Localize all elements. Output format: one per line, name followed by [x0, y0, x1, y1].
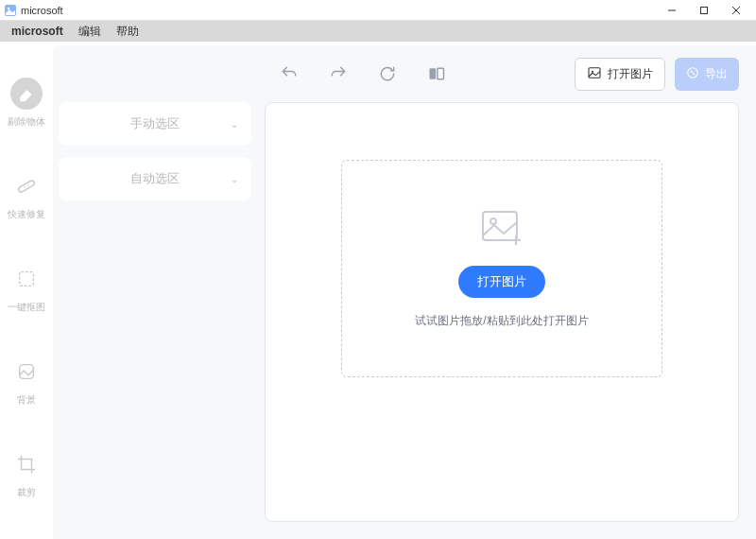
menu-app[interactable]: microsoft [4, 25, 71, 38]
eraser-icon [10, 78, 43, 110]
bandage-icon [10, 170, 43, 202]
option-label: 手动选区 [130, 115, 180, 132]
sidebar-item-repair[interactable]: 快速修复 [8, 170, 45, 221]
maximize-button[interactable] [688, 0, 720, 21]
sidebar-item-erase[interactable]: 剔除物体 [8, 78, 45, 129]
undo-button[interactable] [278, 62, 301, 85]
sidebar-item-crop[interactable]: 裁剪 [10, 448, 43, 499]
window-title: microsoft [21, 5, 656, 16]
body: 剔除物体 快速修复 一键抠图 背景 裁剪 [0, 42, 756, 539]
dropzone-hint: 试试图片拖放/粘贴到此处打开图片 [415, 313, 588, 329]
toolbar-right: 打开图片 导出 [575, 58, 739, 91]
svg-point-1 [8, 7, 9, 9]
menubar: microsoft 编辑 帮助 [0, 21, 756, 42]
option-manual-selection[interactable]: 手动选区 ⌄ [59, 102, 251, 146]
canvas: 打开图片 试试图片拖放/粘贴到此处打开图片 [265, 102, 739, 522]
titlebar: microsoft [0, 0, 756, 21]
svg-rect-11 [430, 68, 437, 79]
open-image-pill[interactable]: 打开图片 [458, 266, 545, 298]
reset-button[interactable] [376, 62, 399, 85]
chevron-down-icon: ⌄ [231, 119, 238, 130]
sidebar-item-label: 一键抠图 [8, 301, 45, 314]
toolbar-center [278, 62, 448, 85]
redo-button[interactable] [327, 62, 350, 85]
sidebar: 剔除物体 快速修复 一键抠图 背景 裁剪 [0, 42, 53, 539]
sidebar-item-label: 剔除物体 [8, 115, 45, 129]
compare-button[interactable] [425, 62, 448, 85]
minimize-button[interactable] [656, 0, 688, 21]
menu-help[interactable]: 帮助 [109, 24, 146, 40]
window-controls [656, 0, 752, 21]
sidebar-item-label: 裁剪 [17, 486, 36, 499]
cutout-icon [10, 263, 43, 295]
close-button[interactable] [720, 0, 752, 21]
svg-rect-12 [438, 68, 444, 79]
option-label: 自动选区 [130, 170, 180, 187]
content: 手动选区 ⌄ 自动选区 ⌄ 打开图片 试试图片拖放/粘贴到此处打开图片 [53, 102, 756, 539]
sidebar-item-background[interactable]: 背景 [10, 356, 43, 407]
svg-rect-6 [18, 180, 36, 193]
export-label: 导出 [705, 66, 728, 82]
svg-point-7 [24, 186, 25, 187]
sidebar-item-label: 快速修复 [8, 208, 45, 221]
svg-point-8 [27, 184, 28, 185]
main: 打开图片 导出 手动选区 ⌄ 自动选区 ⌄ [53, 45, 756, 539]
toolbar: 打开图片 导出 [53, 45, 756, 102]
image-icon [587, 65, 602, 83]
crop-icon [10, 448, 43, 480]
option-auto-selection[interactable]: 自动选区 ⌄ [59, 157, 251, 200]
open-image-label: 打开图片 [608, 66, 653, 82]
background-icon [10, 356, 43, 388]
export-icon [686, 66, 699, 82]
chevron-down-icon: ⌄ [231, 174, 238, 184]
image-add-icon [480, 209, 524, 251]
options-panel: 手动选区 ⌄ 自动选区 ⌄ [53, 102, 251, 522]
menu-edit[interactable]: 编辑 [71, 24, 109, 40]
svg-rect-9 [20, 272, 34, 287]
app-icon [4, 4, 17, 17]
sidebar-item-label: 背景 [17, 393, 36, 407]
open-image-button[interactable]: 打开图片 [575, 58, 665, 91]
sidebar-item-cutout[interactable]: 一键抠图 [8, 263, 45, 314]
svg-rect-3 [701, 7, 708, 13]
svg-point-17 [490, 218, 496, 224]
export-button[interactable]: 导出 [675, 58, 739, 91]
open-image-pill-label: 打开图片 [477, 274, 526, 288]
dropzone[interactable]: 打开图片 试试图片拖放/粘贴到此处打开图片 [341, 160, 662, 377]
